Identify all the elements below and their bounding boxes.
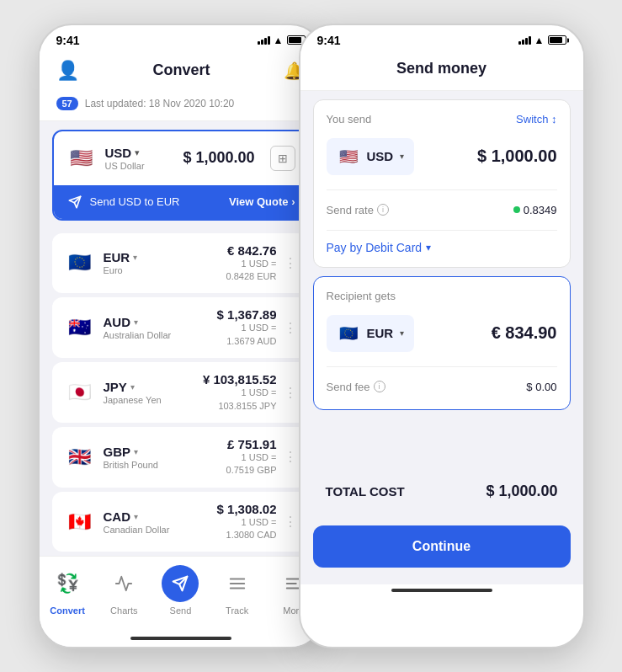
recipient-gets-section: Recipient gets 🇪🇺 EUR ▾ € 834.90 Send fe… bbox=[313, 276, 571, 410]
list-item[interactable]: 🇦🇺 AUD ▾ Australian Dollar $ 1,367.89 bbox=[52, 297, 310, 358]
you-send-amount: $ 1,000.00 bbox=[477, 147, 557, 166]
nav-track-label: Track bbox=[226, 605, 248, 616]
cad-info: CAD ▾ Canadian Dollar bbox=[104, 509, 170, 535]
jpy-right: ¥ 103,815.52 1 USD = 103.8155 JPY ⋮ bbox=[203, 372, 297, 413]
pay-by-label: Pay by Debit Card bbox=[327, 241, 423, 254]
gbp-rate: 1 USD = 0.7519 GBP bbox=[226, 451, 277, 477]
nav-convert[interactable]: 💱 Convert bbox=[49, 565, 86, 616]
send-rate-label: Send rate i bbox=[327, 204, 389, 216]
dots-icon[interactable]: ⋮ bbox=[284, 514, 297, 530]
nav-send[interactable]: Send bbox=[162, 565, 199, 616]
send-rate-row: Send rate i 0.8349 bbox=[327, 200, 557, 220]
main-amount-row: $ 1,000.00 ⊞ bbox=[183, 146, 295, 171]
recipient-currency-row: 🇪🇺 EUR ▾ € 834.90 bbox=[327, 311, 557, 356]
jpy-dropdown[interactable]: ▾ bbox=[130, 382, 135, 392]
you-send-chevron: ▾ bbox=[400, 152, 404, 161]
home-indicator-1 bbox=[40, 632, 322, 647]
dots-icon[interactable]: ⋮ bbox=[284, 449, 297, 465]
header-1: 👤 Convert 🔔 bbox=[40, 51, 322, 90]
jpy-rate: 1 USD = 103.8155 JPY bbox=[203, 387, 277, 413]
wifi-icon-2: ▲ bbox=[534, 35, 545, 46]
send-fee-value: $ 0.00 bbox=[526, 381, 556, 393]
pay-by-row[interactable]: Pay by Debit Card ▾ bbox=[327, 241, 557, 254]
dots-icon[interactable]: ⋮ bbox=[284, 255, 297, 271]
aud-dropdown[interactable]: ▾ bbox=[134, 317, 138, 327]
send-rate-value-row: 0.8349 bbox=[513, 204, 557, 216]
charts-icon bbox=[114, 574, 133, 593]
main-currency-code: USD bbox=[105, 146, 132, 160]
status-bar-1: 9:41 ▲ bbox=[40, 25, 322, 51]
recipient-currency-selector[interactable]: 🇪🇺 EUR ▾ bbox=[327, 315, 415, 352]
list-item[interactable]: 🇯🇵 JPY ▾ Japanese Yen ¥ 103,815.52 bbox=[52, 362, 310, 423]
nav-charts[interactable]: Charts bbox=[105, 565, 142, 616]
total-cost-amount: $ 1,000.00 bbox=[486, 483, 557, 500]
cad-amounts: $ 1,308.02 1 USD = 1.3080 CAD bbox=[217, 502, 277, 542]
cad-rate: 1 USD = 1.3080 CAD bbox=[217, 516, 277, 542]
recipient-amount: € 834.90 bbox=[492, 323, 557, 343]
profile-icon[interactable]: 👤 bbox=[56, 60, 79, 82]
fee-info-icon[interactable]: i bbox=[374, 381, 385, 392]
page-title-1: Convert bbox=[152, 61, 210, 79]
you-send-currency-selector[interactable]: 🇺🇸 USD ▾ bbox=[327, 138, 415, 175]
phone-1: 9:41 ▲ 👤 Convert 🔔 bbox=[38, 24, 324, 649]
dots-icon[interactable]: ⋮ bbox=[284, 385, 297, 401]
view-quote-label: View Quote › bbox=[229, 195, 295, 208]
you-send-code: USD bbox=[367, 149, 394, 163]
header-2: Send money bbox=[300, 51, 583, 91]
gbp-info: GBP ▾ British Pound bbox=[104, 445, 158, 470]
dropdown-arrow[interactable]: ▾ bbox=[135, 147, 140, 158]
gbp-amounts: £ 751.91 1 USD = 0.7519 GBP bbox=[226, 437, 277, 477]
list-item[interactable]: 🇪🇺 EUR ▾ Euro € 842.76 bbox=[52, 233, 310, 294]
currency-code-row: USD ▾ bbox=[105, 146, 145, 160]
eur-code-row: EUR ▾ bbox=[104, 250, 138, 264]
info-icon[interactable]: i bbox=[377, 204, 389, 216]
send-fee-label: Send fee i bbox=[327, 381, 385, 393]
send-fee-row: Send fee i $ 0.00 bbox=[327, 377, 557, 397]
list-item[interactable]: 🇨🇦 CAD ▾ Canadian Dollar $ 1,308.02 bbox=[52, 492, 310, 552]
switch-button[interactable]: Switch ↕ bbox=[516, 113, 556, 125]
send-icon bbox=[172, 575, 189, 592]
green-dot bbox=[513, 206, 520, 213]
aud-amounts: $ 1,367.89 1 USD = 1.3679 AUD bbox=[217, 307, 277, 348]
gbp-code-row: GBP ▾ bbox=[104, 445, 158, 459]
recipient-chevron: ▾ bbox=[400, 328, 404, 338]
phone-2: 9:41 ▲ Send money bbox=[299, 24, 585, 649]
dots-icon[interactable]: ⋮ bbox=[284, 320, 297, 336]
send-quote-button[interactable]: Send USD to EUR View Quote › bbox=[54, 185, 308, 219]
list-item[interactable]: 🇬🇧 GBP ▾ British Pound £ 751.91 bbox=[52, 427, 310, 488]
currency-left: 🇺🇸 USD ▾ US Dollar bbox=[66, 143, 145, 173]
wifi-icon: ▲ bbox=[274, 35, 284, 46]
total-cost-label: TOTAL COST bbox=[326, 484, 405, 499]
you-send-section: You send Switch ↕ 🇺🇸 USD ▾ $ 1,000.00 Se… bbox=[313, 99, 571, 268]
eur-code: EUR bbox=[104, 250, 130, 264]
divider-2 bbox=[327, 230, 557, 231]
aud-info: AUD ▾ Australian Dollar bbox=[104, 315, 172, 340]
nav-send-label: Send bbox=[170, 605, 192, 616]
recipient-flag: 🇪🇺 bbox=[337, 322, 360, 345]
aud-code: AUD bbox=[104, 315, 131, 329]
cad-dropdown[interactable]: ▾ bbox=[134, 512, 138, 521]
eur-amounts: € 842.76 1 USD = 0.8428 EUR bbox=[226, 243, 277, 284]
gbp-name: British Pound bbox=[104, 460, 158, 470]
gbp-item-left: 🇬🇧 GBP ▾ British Pound bbox=[65, 442, 158, 472]
eur-dropdown[interactable]: ▾ bbox=[133, 253, 137, 262]
status-icons-2: ▲ bbox=[518, 35, 566, 46]
jpy-item-left: 🇯🇵 JPY ▾ Japanese Yen bbox=[65, 377, 162, 408]
aud-flag: 🇦🇺 bbox=[65, 312, 95, 343]
last-updated-bar: 57 Last updated: 18 Nov 2020 10:20 bbox=[40, 90, 322, 121]
screen-2: Send money You send Switch ↕ 🇺🇸 USD ▾ $ … bbox=[300, 51, 583, 599]
eur-right: € 842.76 1 USD = 0.8428 EUR ⋮ bbox=[226, 243, 297, 284]
charts-icon-wrap bbox=[105, 565, 142, 602]
gbp-dropdown[interactable]: ▾ bbox=[134, 447, 138, 456]
battery-icon-2 bbox=[548, 35, 566, 45]
jpy-code-row: JPY ▾ bbox=[104, 380, 162, 394]
send-arrow-icon bbox=[66, 194, 83, 211]
cad-item-left: 🇨🇦 CAD ▾ Canadian Dollar bbox=[65, 507, 170, 537]
eur-item-left: 🇪🇺 EUR ▾ Euro bbox=[65, 248, 138, 278]
main-currency-card: 🇺🇸 USD ▾ US Dollar $ 1,000.00 ⊞ bbox=[52, 130, 310, 221]
divider-3 bbox=[327, 366, 557, 367]
continue-button[interactable]: Continue bbox=[313, 525, 571, 568]
calculator-icon[interactable]: ⊞ bbox=[270, 146, 295, 171]
cad-amount: $ 1,308.02 bbox=[217, 502, 277, 516]
nav-track[interactable]: Track bbox=[219, 565, 256, 616]
